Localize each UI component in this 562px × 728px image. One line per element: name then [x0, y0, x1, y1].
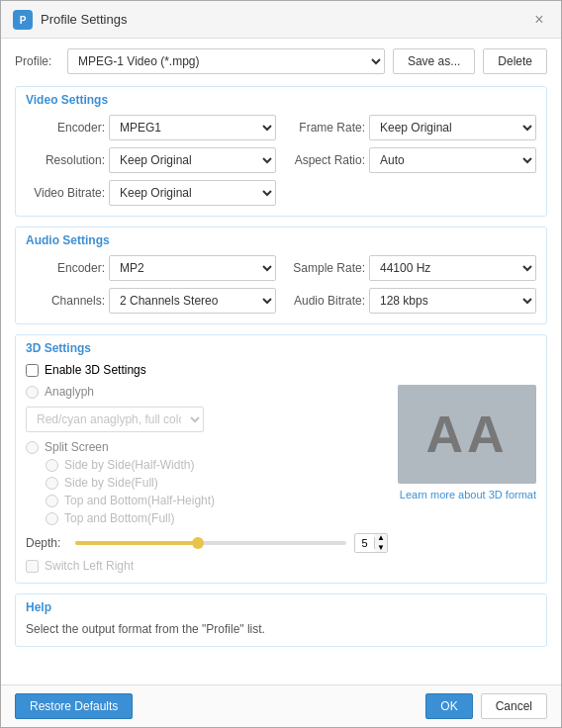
audio-settings-section: Audio Settings Encoder: MP2 Sample Rate:… [15, 227, 547, 324]
restore-defaults-button[interactable]: Restore Defaults [15, 693, 133, 719]
side-full-row: Side by Side(Full) [46, 476, 388, 490]
channels-select[interactable]: 2 Channels Stereo [109, 288, 276, 314]
frame-rate-label: Frame Rate: [286, 121, 365, 135]
save-as-button[interactable]: Save as... [393, 48, 475, 74]
anaglyph-row: Anaglyph [26, 385, 388, 399]
frame-rate-row: Frame Rate: Keep Original [286, 115, 536, 140]
footer: Restore Defaults OK Cancel [1, 684, 561, 727]
mode-radio-group: Anaglyph Red/cyan anaglyph, full color S… [26, 385, 388, 525]
top-full-row: Top and Bottom(Full) [46, 511, 388, 525]
aspect-ratio-row: Aspect Ratio: Auto [286, 147, 536, 173]
help-title: Help [26, 600, 536, 614]
depth-value: 5 [355, 537, 375, 549]
help-text: Select the output format from the "Profi… [26, 622, 536, 636]
audio-bitrate-row: Audio Bitrate: 128 kbps [286, 288, 536, 314]
channels-label: Channels: [26, 294, 105, 308]
three-d-content: Anaglyph Red/cyan anaglyph, full color S… [26, 385, 536, 573]
svg-text:P: P [20, 15, 27, 26]
encoder-select[interactable]: MPEG1 [109, 115, 276, 140]
audio-encoder-select[interactable]: MP2 [109, 255, 276, 281]
enable-3d-label[interactable]: Enable 3D Settings [45, 363, 146, 377]
depth-slider-track [75, 541, 346, 545]
depth-row: Depth: 5 ▲ ▼ [26, 533, 388, 553]
dialog-content: Profile: MPEG-1 Video (*.mpg) Save as...… [1, 39, 561, 684]
delete-button[interactable]: Delete [483, 48, 547, 74]
audio-bitrate-select[interactable]: 128 kbps [369, 288, 536, 314]
side-half-label: Side by Side(Half-Width) [64, 458, 194, 472]
sample-rate-select[interactable]: 44100 Hz [369, 255, 536, 281]
encoder-label: Encoder: [26, 121, 105, 135]
profile-select-wrapper: MPEG-1 Video (*.mpg) [67, 48, 385, 74]
side-half-radio[interactable] [46, 459, 58, 472]
help-section: Help Select the output format from the "… [15, 593, 547, 647]
aa-preview-box: AA [398, 385, 536, 484]
footer-right-buttons: OK Cancel [425, 693, 547, 719]
anaglyph-radio[interactable] [26, 386, 39, 399]
depth-slider-thumb[interactable] [192, 537, 204, 549]
three-d-preview: AA Learn more about 3D format [398, 385, 536, 573]
profile-label: Profile: [15, 54, 59, 68]
frame-rate-select[interactable]: Keep Original [369, 115, 536, 140]
depth-label: Depth: [26, 536, 67, 550]
side-full-label: Side by Side(Full) [64, 476, 158, 490]
anaglyph-type-select[interactable]: Red/cyan anaglyph, full color [26, 407, 204, 432]
sample-rate-row: Sample Rate: 44100 Hz [286, 255, 536, 281]
profile-select[interactable]: MPEG-1 Video (*.mpg) [67, 48, 385, 74]
profile-row: Profile: MPEG-1 Video (*.mpg) Save as...… [15, 48, 547, 74]
side-full-radio[interactable] [46, 477, 58, 490]
aspect-ratio-select[interactable]: Auto [369, 147, 536, 173]
channels-row: Channels: 2 Channels Stereo [26, 288, 276, 314]
anaglyph-dropdown-row: Red/cyan anaglyph, full color [26, 407, 388, 432]
aa-preview-text: AA [425, 405, 508, 464]
resolution-select[interactable]: Keep Original [109, 147, 276, 173]
top-half-row: Top and Bottom(Half-Height) [46, 494, 388, 507]
app-icon: P [13, 10, 33, 30]
learn-more-link[interactable]: Learn more about 3D format [400, 489, 536, 500]
split-screen-label[interactable]: Split Screen [45, 440, 109, 454]
title-bar: P Profile Settings × [1, 1, 561, 39]
enable-3d-checkbox[interactable] [26, 364, 39, 377]
side-half-row: Side by Side(Half-Width) [46, 458, 388, 472]
audio-settings-title: Audio Settings [26, 233, 536, 247]
audio-bitrate-label: Audio Bitrate: [286, 294, 365, 308]
video-bitrate-label: Video Bitrate: [26, 186, 105, 200]
depth-slider-fill [75, 541, 197, 545]
video-settings-title: Video Settings [26, 93, 536, 107]
video-settings-section: Video Settings Encoder: MPEG1 Frame Rate… [15, 86, 547, 217]
resolution-label: Resolution: [26, 153, 105, 167]
three-d-left: Anaglyph Red/cyan anaglyph, full color S… [26, 385, 388, 573]
learn-more-row: Learn more about 3D format [398, 488, 536, 501]
cancel-button[interactable]: Cancel [481, 693, 547, 719]
top-full-label: Top and Bottom(Full) [64, 511, 174, 525]
dialog-title: Profile Settings [41, 12, 127, 27]
video-bitrate-row: Video Bitrate: Keep Original [26, 180, 276, 206]
spinner-up-button[interactable]: ▲ [375, 533, 387, 543]
aspect-ratio-label: Aspect Ratio: [286, 153, 365, 167]
depth-spinner: 5 ▲ ▼ [354, 533, 388, 553]
depth-slider-wrapper [75, 536, 346, 550]
video-bitrate-select[interactable]: Keep Original [109, 180, 276, 206]
three-d-settings-section: 3D Settings Enable 3D Settings Anaglyph … [15, 334, 547, 584]
audio-encoder-row: Encoder: MP2 [26, 255, 276, 281]
switch-left-right-checkbox[interactable] [26, 560, 39, 573]
sample-rate-label: Sample Rate: [286, 261, 365, 275]
audio-encoder-label: Encoder: [26, 261, 105, 275]
top-full-radio[interactable] [46, 512, 58, 525]
switch-row: Switch Left Right [26, 559, 388, 573]
resolution-row: Resolution: Keep Original [26, 147, 276, 173]
close-button[interactable]: × [529, 10, 549, 30]
encoder-row: Encoder: MPEG1 [26, 115, 276, 140]
anaglyph-label[interactable]: Anaglyph [45, 385, 94, 399]
spinner-buttons: ▲ ▼ [375, 533, 387, 553]
split-screen-radio[interactable] [26, 441, 39, 454]
spinner-down-button[interactable]: ▼ [375, 543, 387, 553]
split-screen-row: Split Screen [26, 440, 388, 454]
top-half-label: Top and Bottom(Half-Height) [64, 494, 215, 507]
ok-button[interactable]: OK [425, 693, 472, 719]
enable-3d-row: Enable 3D Settings [26, 363, 536, 377]
switch-left-right-label[interactable]: Switch Left Right [45, 559, 134, 573]
top-half-radio[interactable] [46, 495, 58, 507]
three-d-settings-title: 3D Settings [26, 341, 536, 355]
